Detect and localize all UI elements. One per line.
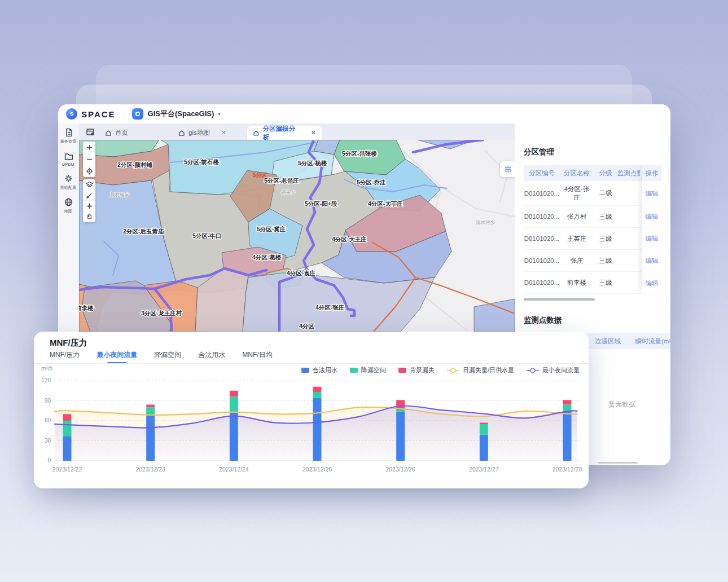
zoom-out-icon xyxy=(86,156,93,163)
bar-合法用水[interactable] xyxy=(563,411,572,461)
bar-合法用水[interactable] xyxy=(313,398,322,461)
zone-label: 5分区-范张楼 xyxy=(342,150,377,157)
y-tick-label: 90 xyxy=(45,398,51,404)
tab-首页[interactable]: 首页 xyxy=(99,126,167,140)
close-icon[interactable]: ✕ xyxy=(221,129,226,136)
table-row[interactable]: D0101020...王英庄三级 xyxy=(524,228,661,250)
bar-合法用水[interactable] xyxy=(480,435,488,461)
table-horizontal-scrollbar[interactable] xyxy=(524,298,595,301)
zoom-in-button[interactable] xyxy=(83,142,95,153)
zoom-out-button[interactable] xyxy=(83,153,95,165)
x-tick-label: 2023/12/22 xyxy=(52,466,82,473)
zone-label: 前李楼 xyxy=(79,305,94,311)
monitor-panel-title: 监测点数据 xyxy=(524,315,661,325)
tab-gis地图[interactable]: gis地图✕ xyxy=(173,126,242,140)
col-monitor: 监测点数 xyxy=(617,169,640,178)
col-name: 分区名称 xyxy=(560,169,594,178)
y-tick-label: 0 xyxy=(47,457,51,464)
home-icon xyxy=(253,130,259,136)
locate-button[interactable] xyxy=(83,165,95,177)
panel-bottom-scrollbar[interactable] xyxy=(598,462,638,464)
cell-code: D0101020... xyxy=(524,190,560,197)
home-icon xyxy=(178,130,185,136)
district-label: 颜村铺乡 xyxy=(110,192,130,197)
bar-降漏空间[interactable] xyxy=(396,409,405,412)
tab-list-icon[interactable] xyxy=(86,127,95,136)
mnf-chart-card: MNF/压力 MNF/压力最小夜间流量降漏空间合法用水MNF/日均 m³/h 合… xyxy=(34,332,589,488)
list-icon xyxy=(504,165,512,173)
cell-code: D0101020... xyxy=(524,235,560,242)
zoom-in-icon xyxy=(86,144,93,151)
map-legend-button[interactable] xyxy=(500,161,515,177)
tab-分区漏损分析[interactable]: 分区漏损分析✕ xyxy=(247,126,322,140)
bar-背景漏失[interactable] xyxy=(230,391,238,397)
zone-label: 2分区-颜村铺 xyxy=(117,161,152,168)
measure-icon xyxy=(86,192,93,199)
edit-link[interactable]: 编辑 xyxy=(642,181,661,206)
bar-合法用水[interactable] xyxy=(396,412,405,461)
bar-背景漏失[interactable] xyxy=(480,423,488,424)
close-icon[interactable]: ✕ xyxy=(311,129,316,136)
brand-name: SPACE xyxy=(81,109,116,119)
col-flow: 瞬时流量(m³/h) xyxy=(635,337,670,346)
move-button[interactable] xyxy=(83,201,95,211)
edit-link[interactable]: 编辑 xyxy=(642,272,661,294)
bar-背景漏失[interactable] xyxy=(563,400,572,404)
tag-icon xyxy=(86,213,93,221)
zone-label: 5分区-前石楼 xyxy=(184,158,219,165)
edit-link[interactable]: 编辑 xyxy=(642,250,661,272)
zone-label: 4分区-大王庄 xyxy=(332,236,367,242)
bar-背景漏失[interactable] xyxy=(146,405,155,408)
edit-link[interactable]: 编辑 xyxy=(642,228,661,250)
bar-降漏空间[interactable] xyxy=(63,421,72,436)
measure-button[interactable] xyxy=(83,190,95,201)
table-row[interactable]: D0101020...张庄三级 xyxy=(524,250,661,272)
bar-合法用水[interactable] xyxy=(146,416,155,461)
app-title: GIS平台(SpaceGIS) xyxy=(148,109,214,119)
edit-link[interactable]: 编辑 xyxy=(642,206,661,228)
move-icon xyxy=(86,202,93,210)
tab-bar: 首页gis地图✕分区漏损分析✕ xyxy=(79,124,515,140)
zone-label: 5分区-乔洼 xyxy=(357,179,386,186)
cell-name: 4分区-张庄 xyxy=(560,183,594,204)
layers-button[interactable] xyxy=(83,179,95,190)
col-region: 连通区域 xyxy=(595,337,621,346)
sidebar-item-地图[interactable]: 地图 xyxy=(64,198,73,214)
col-level: 分级 xyxy=(594,169,617,178)
bar-合法用水[interactable] xyxy=(230,413,238,461)
bar-背景漏失[interactable] xyxy=(63,414,72,421)
sidebar-item-服务资源[interactable]: 服务资源 xyxy=(59,128,77,144)
chevron-down-icon[interactable]: ▾ xyxy=(218,111,221,117)
empty-state-text: 暂无数据 xyxy=(599,400,644,409)
bar-降漏空间[interactable] xyxy=(230,396,238,412)
gear-icon xyxy=(64,174,73,183)
bar-降漏空间[interactable] xyxy=(146,407,155,415)
tag-button[interactable] xyxy=(83,211,95,222)
bar-降漏空间[interactable] xyxy=(313,392,322,398)
map-zone-4分区-张庄[interactable] xyxy=(243,273,435,332)
y-tick-label: 30 xyxy=(45,438,51,444)
table-row[interactable]: D0101020...张万村三级 xyxy=(524,206,661,228)
sidebar-item-UPDM[interactable]: UPDM xyxy=(62,152,75,167)
zone-table: 分区编号 分区名称 分级 监测点数 D0101020...4分区-张庄二级D01… xyxy=(524,165,661,294)
zone-label: 2分区-后玉黄庙 xyxy=(123,228,164,235)
col-code: 分区编号 xyxy=(524,169,560,178)
cell-name: 王英庄 xyxy=(560,232,594,245)
bar-降漏空间[interactable] xyxy=(480,424,488,435)
zone-panel-title: 分区管理 xyxy=(524,147,661,157)
map-tool-controls xyxy=(83,179,95,222)
bar-背景漏失[interactable] xyxy=(313,387,322,392)
sidebar-item-基础配置[interactable]: 基础配置 xyxy=(59,174,77,191)
folder-icon xyxy=(64,152,73,160)
cell-name: 张万村 xyxy=(560,210,594,223)
table-row[interactable]: D0101020...4分区-张庄二级 xyxy=(524,181,661,206)
y-tick-label: 120 xyxy=(41,377,51,383)
tab-label: 首页 xyxy=(115,129,128,137)
layers-icon xyxy=(86,181,93,188)
bar-合法用水[interactable] xyxy=(63,436,72,461)
table-row[interactable]: D0101020...前李楼三级 xyxy=(524,272,661,294)
district-label: 清水河乡 xyxy=(476,219,495,225)
header-divider xyxy=(124,109,124,118)
map-zoom-controls xyxy=(83,142,95,177)
bar-降漏空间[interactable] xyxy=(563,405,572,411)
